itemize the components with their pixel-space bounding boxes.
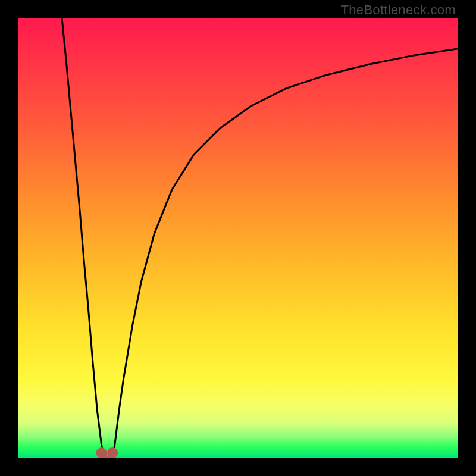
chart-frame: TheBottleneck.com bbox=[0, 0, 476, 476]
watermark-label: TheBottleneck.com bbox=[341, 2, 456, 18]
curve-left-branch bbox=[62, 18, 104, 458]
trough-markers bbox=[96, 447, 118, 458]
plot-area bbox=[18, 18, 458, 458]
curve-right-branch bbox=[112, 49, 458, 458]
curve-layer bbox=[18, 18, 458, 458]
